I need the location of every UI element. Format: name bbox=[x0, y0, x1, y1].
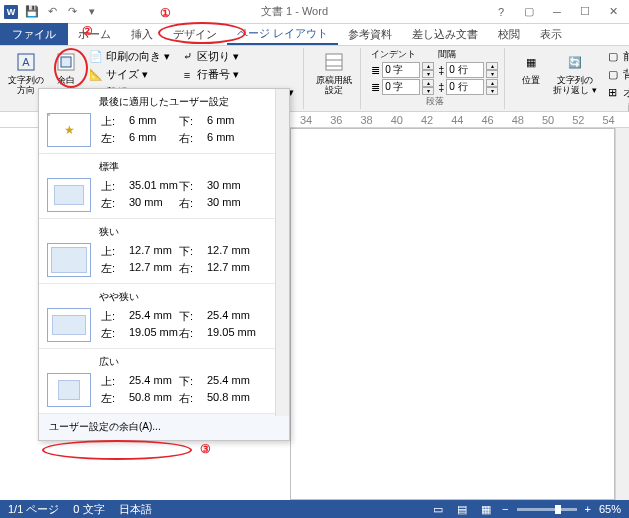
word-icon: W bbox=[4, 5, 18, 19]
tab-insert[interactable]: 挿入 bbox=[121, 23, 163, 45]
annotation-circle-3 bbox=[42, 440, 192, 460]
tab-mailings[interactable]: 差し込み文書 bbox=[402, 23, 488, 45]
status-bar: 1/1 ページ 0 文字 日本語 ▭ ▤ ▦ − + 65% bbox=[0, 500, 629, 518]
size-button[interactable]: 📐サイズ ▾ bbox=[86, 66, 173, 83]
orientation-button[interactable]: 📄印刷の向き ▾ bbox=[86, 48, 173, 65]
save-icon[interactable]: 💾 bbox=[24, 4, 40, 20]
window-title: 文書 1 - Word bbox=[261, 4, 328, 19]
paragraph-group-label: 段落 bbox=[371, 95, 498, 108]
margin-thumb-icon bbox=[47, 243, 91, 277]
tab-design[interactable]: デザイン bbox=[163, 23, 227, 45]
wrap-text-button[interactable]: 🔄 文字列の 折り返し ▾ bbox=[551, 48, 599, 98]
margin-thumb-icon bbox=[47, 178, 91, 212]
title-bar: W 💾 ↶ ↷ ▾ 文書 1 - Word ? ▢ ─ ☐ ✕ bbox=[0, 0, 629, 24]
dropdown-scrollbar[interactable] bbox=[275, 89, 289, 416]
indent-left-spinner[interactable]: ≣▴▾ bbox=[371, 62, 434, 78]
word-count[interactable]: 0 文字 bbox=[73, 502, 104, 517]
selection-pane-button[interactable]: ⊞オブジェクトの選択と表示 bbox=[603, 84, 629, 101]
margin-option-normal[interactable]: 標準 上:35.01 mm下:30 mm 左:30 mm右:30 mm bbox=[39, 154, 289, 219]
zoom-slider[interactable] bbox=[517, 508, 577, 511]
language[interactable]: 日本語 bbox=[119, 502, 152, 517]
annotation-2: ② bbox=[82, 24, 93, 38]
help-icon[interactable]: ? bbox=[489, 3, 513, 21]
tab-view[interactable]: 表示 bbox=[530, 23, 572, 45]
bring-forward-button[interactable]: ▢前面へ移動 bbox=[603, 48, 629, 65]
tab-page-layout[interactable]: ページ レイアウト bbox=[227, 23, 338, 45]
margins-dropdown: 最後に適用したユーザー設定 上:6 mm下:6 mm 左:6 mm右:6 mm … bbox=[38, 88, 290, 441]
spacing-after-spinner[interactable]: ‡▴▾ bbox=[438, 79, 498, 95]
undo-icon[interactable]: ↶ bbox=[44, 4, 60, 20]
qat-dropdown-icon[interactable]: ▾ bbox=[84, 4, 100, 20]
redo-icon[interactable]: ↷ bbox=[64, 4, 80, 20]
tab-references[interactable]: 参考資料 bbox=[338, 23, 402, 45]
arrange-group-label: 配置 bbox=[515, 101, 629, 114]
tab-review[interactable]: 校閲 bbox=[488, 23, 530, 45]
line-numbers-button[interactable]: ≡行番号 ▾ bbox=[177, 66, 297, 83]
web-layout-icon[interactable]: ▦ bbox=[478, 502, 494, 516]
spacing-before-spinner[interactable]: ‡▴▾ bbox=[438, 62, 498, 78]
indent-label: インデント bbox=[371, 48, 434, 61]
maximize-icon[interactable]: ☐ bbox=[573, 3, 597, 21]
margin-option-narrow[interactable]: 狭い 上:12.7 mm下:12.7 mm 左:12.7 mm右:12.7 mm bbox=[39, 219, 289, 284]
zoom-in-icon[interactable]: + bbox=[585, 503, 591, 515]
annotation-3: ③ bbox=[200, 442, 211, 456]
annotation-1: ① bbox=[160, 6, 171, 20]
margin-option-last[interactable]: 最後に適用したユーザー設定 上:6 mm下:6 mm 左:6 mm右:6 mm bbox=[39, 89, 289, 154]
svg-rect-4 bbox=[326, 54, 342, 70]
genkou-button[interactable]: 原稿用紙 設定 bbox=[314, 48, 354, 98]
ribbon-tabs: ファイル ホーム 挿入 デザイン ページ レイアウト 参考資料 差し込み文書 校… bbox=[0, 24, 629, 46]
margin-option-moderate[interactable]: やや狭い 上:25.4 mm下:25.4 mm 左:19.05 mm右:19.0… bbox=[39, 284, 289, 349]
close-icon[interactable]: ✕ bbox=[601, 3, 625, 21]
read-mode-icon[interactable]: ▭ bbox=[430, 502, 446, 516]
margin-thumb-icon bbox=[47, 373, 91, 407]
position-button[interactable]: ▦ 位置 bbox=[515, 48, 547, 88]
svg-rect-3 bbox=[61, 57, 71, 67]
margin-thumb-icon bbox=[47, 308, 91, 342]
zoom-out-icon[interactable]: − bbox=[502, 503, 508, 515]
minimize-icon[interactable]: ─ bbox=[545, 3, 569, 21]
send-backward-button[interactable]: ▢背面へ移動 bbox=[603, 66, 629, 83]
margin-thumb-icon bbox=[47, 113, 91, 147]
margins-button[interactable]: 余白 bbox=[50, 48, 82, 88]
vertical-scrollbar[interactable] bbox=[615, 128, 629, 500]
page-count[interactable]: 1/1 ページ bbox=[8, 502, 59, 517]
custom-margins-button[interactable]: ユーザー設定の余白(A)... bbox=[39, 414, 289, 440]
document-area[interactable] bbox=[290, 128, 615, 500]
tab-file[interactable]: ファイル bbox=[0, 23, 68, 45]
svg-text:A: A bbox=[22, 56, 30, 68]
breaks-button[interactable]: ⤶区切り ▾ bbox=[177, 48, 297, 65]
print-layout-icon[interactable]: ▤ bbox=[454, 502, 470, 516]
indent-right-spinner[interactable]: ≣▴▾ bbox=[371, 79, 434, 95]
zoom-level[interactable]: 65% bbox=[599, 503, 621, 515]
ribbon-collapse-icon[interactable]: ▢ bbox=[517, 3, 541, 21]
margin-option-wide[interactable]: 広い 上:25.4 mm下:25.4 mm 左:50.8 mm右:50.8 mm bbox=[39, 349, 289, 414]
tab-home[interactable]: ホーム bbox=[68, 23, 121, 45]
spacing-label: 間隔 bbox=[438, 48, 498, 61]
